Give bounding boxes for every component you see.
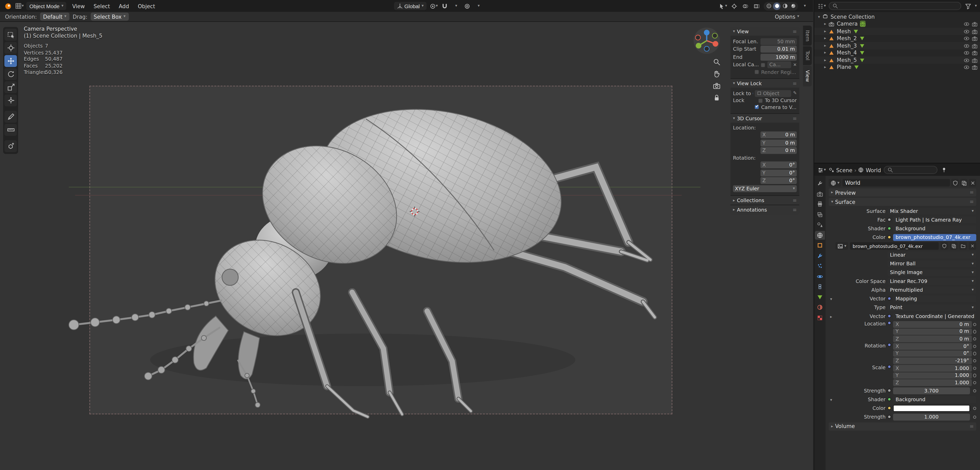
disable-render-icon[interactable] — [972, 64, 977, 70]
location-y-field[interactable]: Y0 m — [893, 328, 972, 335]
location-x-field[interactable]: X0 m — [893, 321, 972, 328]
image-name-field[interactable]: brown_photostudio_07_4k.exr — [850, 242, 939, 250]
decorator-icon[interactable] — [973, 352, 976, 355]
cursor-tool[interactable] — [4, 42, 17, 54]
decorator-icon[interactable] — [973, 345, 976, 348]
properties-tab-render[interactable] — [815, 189, 825, 198]
camera-to-view-checkbox[interactable] — [754, 104, 759, 110]
pan-hand-icon[interactable] — [713, 70, 721, 78]
fake-user-shield-icon[interactable] — [941, 242, 948, 250]
disable-render-icon[interactable] — [972, 35, 977, 41]
clip-end-field[interactable]: 1000 m — [760, 54, 797, 61]
local-camera-checkbox[interactable] — [760, 62, 766, 67]
zoom-icon[interactable] — [713, 58, 721, 65]
scale-tool[interactable] — [4, 81, 17, 93]
sidebar-tab-view[interactable]: View — [803, 65, 812, 86]
single-image-select[interactable]: Single Image▾ — [888, 269, 976, 276]
new-copy-icon[interactable] — [950, 242, 958, 250]
transform-orientation-select[interactable]: Global ▾ — [394, 2, 427, 10]
properties-tab-particles[interactable] — [815, 261, 825, 270]
chevron-down-icon[interactable]: ▾ — [975, 4, 977, 8]
panel-collections-header[interactable]: ▸ Collections ≡ — [730, 196, 799, 205]
proportional-falloff-select[interactable]: ▾ — [474, 2, 483, 10]
xray-toggle[interactable] — [752, 2, 761, 10]
shading-rendered-button[interactable] — [789, 2, 797, 10]
breadcrumb-world[interactable]: World — [866, 167, 881, 173]
pin-icon[interactable] — [940, 166, 948, 174]
open-image-icon[interactable] — [959, 242, 967, 250]
menu-object[interactable]: Object — [135, 3, 158, 9]
snap-toggle[interactable] — [441, 2, 449, 10]
sidebar-tab-tool[interactable]: Tool — [803, 46, 812, 65]
outliner-row-mesh_2[interactable]: ▸Mesh_2 — [815, 35, 980, 42]
new-copy-icon[interactable] — [960, 179, 967, 186]
rotate-tool[interactable] — [4, 69, 17, 80]
expand-icon[interactable]: ▸ — [823, 65, 827, 70]
panel-3d-cursor-header[interactable]: ▾ 3D Cursor ≡ — [730, 114, 799, 123]
decorator-icon[interactable] — [973, 323, 976, 326]
breadcrumb-scene[interactable]: Scene — [836, 167, 852, 173]
number-field[interactable]: 1.000 — [893, 413, 970, 421]
expand-icon[interactable]: ▸ — [823, 50, 827, 55]
subpanel-collapse-icon[interactable]: ▾ — [829, 396, 834, 403]
expand-icon[interactable]: ▸ — [823, 29, 827, 34]
cursor-rotation-z[interactable]: Z0° — [760, 177, 797, 184]
decorator-icon[interactable] — [973, 366, 976, 370]
shading-settings-select[interactable]: ▾ — [800, 2, 809, 10]
panel-view-lock-header[interactable]: ▾ View Lock ≡ — [730, 79, 799, 88]
eyedropper-icon[interactable]: ✎ — [793, 91, 797, 96]
sidebar-tab-item[interactable]: Item — [803, 25, 812, 46]
node-link-field[interactable]: Texture Coordinate | Generated — [893, 313, 976, 320]
camera-view-icon[interactable] — [713, 82, 721, 89]
decorator-icon[interactable] — [973, 337, 976, 340]
node-link-field[interactable]: Light Path | Is Camera Ray — [893, 216, 976, 223]
focal-length-field[interactable]: 50 mm — [760, 38, 797, 45]
properties-editor-type-select[interactable]: ▾ — [818, 166, 826, 174]
properties-tab-object[interactable] — [815, 241, 825, 250]
disable-render-icon[interactable] — [972, 49, 977, 56]
subpanel-collapse-icon[interactable]: ▾ — [829, 295, 834, 302]
decorator-icon[interactable] — [973, 389, 976, 392]
expand-icon[interactable]: ▸ — [823, 57, 827, 62]
hide-eye-icon[interactable] — [964, 64, 969, 70]
add-cube-tool[interactable] — [4, 140, 17, 152]
properties-tab-material[interactable] — [815, 303, 825, 312]
object-type-visibility-select[interactable]: ▾ — [719, 2, 727, 10]
rotation-x-field[interactable]: X0° — [893, 343, 972, 349]
unlink-icon[interactable] — [969, 242, 976, 250]
show-overlays-toggle[interactable] — [741, 2, 750, 10]
outliner-row-mesh_4[interactable]: ▸Mesh_4 — [815, 49, 980, 56]
annotate-tool[interactable] — [4, 111, 17, 123]
scale-z-field[interactable]: Z1.000 — [893, 379, 972, 386]
panel-view-header[interactable]: ▾ View ≡ — [730, 27, 799, 35]
shading-material-button[interactable] — [781, 2, 789, 10]
cursor-location-y[interactable]: Y0 m — [760, 139, 797, 146]
properties-tab-object-data[interactable] — [815, 293, 825, 301]
navigation-gizmo[interactable] — [693, 27, 721, 54]
properties-tab-tool[interactable] — [815, 179, 825, 188]
hide-eye-icon[interactable] — [964, 57, 969, 63]
options-menu[interactable]: Options ▾ — [775, 14, 800, 20]
mode-select[interactable]: Object Mode ▾ — [26, 2, 67, 10]
decorator-icon[interactable] — [973, 330, 976, 333]
lock-object-field[interactable]: Object — [755, 90, 791, 97]
cursor-rotation-y[interactable]: Y0° — [760, 169, 797, 176]
properties-tab-physics[interactable] — [815, 272, 825, 281]
menu-select[interactable]: Select — [91, 3, 113, 9]
properties-tab-view-layer[interactable] — [815, 210, 825, 219]
outliner-row-mesh[interactable]: ▸Mesh — [815, 28, 980, 35]
move-tool[interactable] — [4, 55, 17, 67]
disable-render-icon[interactable] — [972, 28, 977, 34]
drag-value-select[interactable]: Select Box ▾ — [91, 13, 129, 21]
outliner-row-camera[interactable]: ▸Camera — [815, 20, 980, 27]
proportional-editing-toggle[interactable] — [463, 2, 472, 10]
hide-eye-icon[interactable] — [964, 35, 969, 41]
world-name-field[interactable]: World — [843, 179, 950, 186]
surface-select[interactable]: Mix Shader▾ — [888, 207, 976, 215]
outliner-editor-type-select[interactable]: ▾ — [818, 2, 826, 10]
rotation-z-field[interactable]: Z-219° — [893, 357, 972, 364]
show-gizmos-toggle[interactable] — [730, 2, 739, 10]
fake-user-shield-icon[interactable] — [951, 179, 959, 186]
disable-render-icon[interactable] — [972, 21, 977, 27]
filter-icon[interactable] — [964, 2, 972, 10]
